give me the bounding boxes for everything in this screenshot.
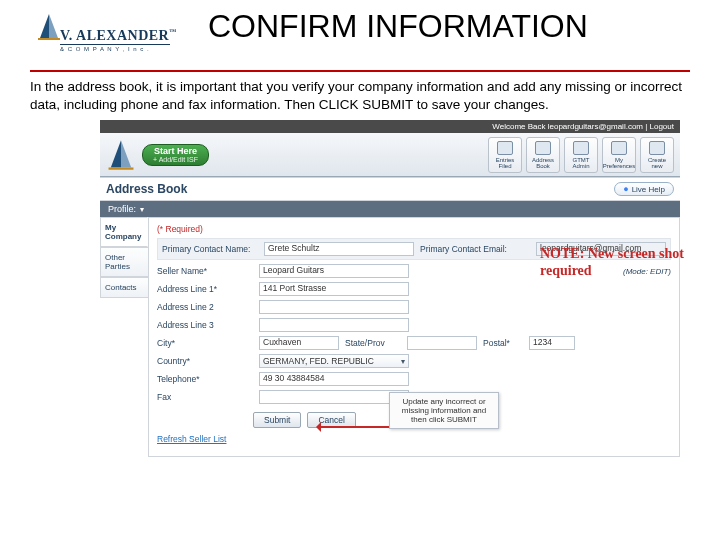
addr2-field[interactable] — [259, 300, 409, 314]
tab-contacts[interactable]: Contacts — [100, 277, 148, 298]
title-underline — [30, 70, 690, 72]
admin-icon — [573, 141, 589, 155]
plus-icon — [649, 141, 665, 155]
section-header: Address Book Live Help — [100, 177, 680, 201]
gear-icon — [611, 141, 627, 155]
addr1-field[interactable]: 141 Port Strasse — [259, 282, 409, 296]
toolbar-create-new[interactable]: Create new — [640, 137, 674, 173]
postal-label: Postal* — [483, 338, 523, 348]
start-here-button[interactable]: Start Here + Add/Edit ISF — [142, 144, 209, 166]
brand-divider — [60, 44, 170, 45]
toolbar-logo-icon — [106, 138, 136, 172]
toolbar-entries-filed[interactable]: Entries Filed — [488, 137, 522, 173]
sail-icon — [36, 12, 62, 46]
app-welcome-bar: Welcome Back leopardguitars@gmail.com | … — [100, 120, 680, 133]
seller-name-label: Seller Name* — [157, 266, 253, 276]
state-field[interactable] — [407, 336, 477, 350]
refresh-seller-list-link[interactable]: Refresh Seller List — [157, 434, 671, 444]
country-select[interactable]: GERMANY, FED. REPUBLIC — [259, 354, 409, 368]
submit-button[interactable]: Submit — [253, 412, 301, 428]
brand-sub: & C O M P A N Y , I n c . — [60, 46, 150, 52]
phone-label: Telephone* — [157, 374, 253, 384]
start-here-label: Start Here — [154, 147, 197, 156]
fax-label: Fax — [157, 392, 253, 402]
chevron-down-icon[interactable]: ▾ — [140, 205, 144, 214]
book-icon — [535, 141, 551, 155]
live-help-button[interactable]: Live Help — [614, 182, 674, 196]
app-screenshot: Welcome Back leopardguitars@gmail.com | … — [100, 120, 680, 457]
side-tabs: My Company Other Parties Contacts — [100, 217, 148, 457]
tab-my-company[interactable]: My Company — [100, 217, 148, 247]
page-title: CONFIRM INFORMATION — [190, 8, 690, 45]
toolbar-gtmt-admin[interactable]: GTMT Admin — [564, 137, 598, 173]
addr3-label: Address Line 3 — [157, 320, 253, 330]
intro-text: In the address book, it is important tha… — [30, 78, 690, 114]
brand-logo: V. ALEXANDER™ & C O M P A N Y , I n c . — [30, 14, 190, 68]
primary-contact-name-label: Primary Contact Name: — [162, 244, 258, 254]
country-label: Country* — [157, 356, 253, 366]
seller-name-field[interactable]: Leopard Guitars — [259, 264, 409, 278]
required-note: (* Required) — [157, 224, 671, 234]
postal-field[interactable]: 1234 — [529, 336, 575, 350]
folder-icon — [497, 141, 513, 155]
addr1-label: Address Line 1* — [157, 284, 253, 294]
tab-other-parties[interactable]: Other Parties — [100, 247, 148, 277]
profile-bar: Profile: ▾ — [100, 201, 680, 217]
svg-rect-1 — [109, 167, 134, 169]
svg-rect-0 — [38, 38, 60, 40]
app-toolbar: Start Here + Add/Edit ISF Entries Filed … — [100, 133, 680, 177]
brand-name: V. ALEXANDER™ — [60, 28, 177, 44]
section-title: Address Book — [106, 182, 614, 196]
callout-arrow-icon — [317, 426, 389, 428]
toolbar-my-preferences[interactable]: My Preferences — [602, 137, 636, 173]
phone-field[interactable]: 49 30 43884584 — [259, 372, 409, 386]
profile-label: Profile: — [108, 204, 136, 214]
addr3-field[interactable] — [259, 318, 409, 332]
state-label: State/Prov — [345, 338, 401, 348]
annotation-note: NOTE: New screen shot required — [540, 246, 712, 280]
callout-tooltip: Update any incorrect or missing informat… — [389, 392, 499, 429]
city-label: City* — [157, 338, 253, 348]
fax-field[interactable] — [259, 390, 409, 404]
primary-contact-email-label: Primary Contact Email: — [420, 244, 530, 254]
toolbar-address-book[interactable]: Address Book — [526, 137, 560, 173]
city-field[interactable]: Cuxhaven — [259, 336, 339, 350]
primary-contact-name-field[interactable]: Grete Schultz — [264, 242, 414, 256]
addr2-label: Address Line 2 — [157, 302, 253, 312]
start-here-sub: + Add/Edit ISF — [153, 156, 198, 163]
